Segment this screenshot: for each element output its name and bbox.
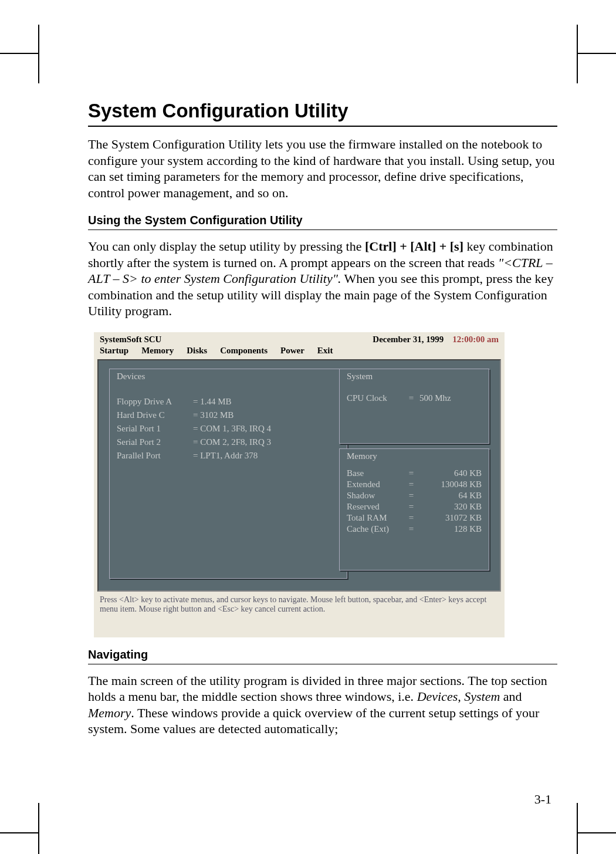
text-fragment: . These windows provide a quick overview… (88, 706, 539, 737)
row-eq: = (405, 513, 417, 523)
row-label: CPU Clock (347, 393, 405, 403)
device-value: = 1.44 MB (193, 397, 232, 407)
device-row: Hard Drive C= 3102 MB (117, 410, 340, 420)
row-label: Total RAM (347, 513, 405, 523)
row-label: Shadow (347, 491, 405, 501)
row-label: Cache (Ext) (347, 524, 405, 534)
section-navigating-title: Navigating (88, 648, 557, 661)
row-label: Extended (347, 480, 405, 490)
row-value: 320 KB (417, 502, 482, 512)
menu-startup[interactable]: Startup (100, 346, 128, 356)
scu-menubar: Startup Memory Disks Components Power Ex… (94, 345, 505, 359)
device-label: Parallel Port (117, 451, 193, 461)
row-eq: = (405, 502, 417, 512)
menu-memory[interactable]: Memory (141, 346, 174, 356)
row-eq: = (405, 393, 417, 403)
device-row: Serial Port 2= COM 2, 2F8, IRQ 3 (117, 437, 340, 447)
scu-date: December 31, 1999 (373, 335, 444, 344)
section-rule (88, 229, 557, 230)
intro-paragraph: The System Configuration Utility lets yo… (88, 136, 557, 201)
row-value: 130048 KB (417, 480, 482, 490)
scu-header: SystemSoft SCU December 31, 1999 12:00:0… (94, 332, 505, 345)
window-names: Devices, System (417, 689, 500, 704)
row-eq: = (405, 468, 417, 478)
memory-row: Reserved=320 KB (347, 502, 482, 512)
memory-row: Shadow=64 KB (347, 491, 482, 501)
device-label: Serial Port 2 (117, 437, 193, 447)
text-fragment: You can only display the setup utility b… (88, 239, 365, 254)
row-eq: = (405, 524, 417, 534)
row-label: Base (347, 468, 405, 478)
device-label: Floppy Drive A (117, 397, 193, 407)
system-row: CPU Clock=500 Mhz (347, 393, 482, 403)
device-label: Hard Drive C (117, 410, 193, 420)
key-combo: [Ctrl] + [Alt] + [s] (365, 239, 463, 254)
memory-row: Extended=130048 KB (347, 480, 482, 490)
title-rule (88, 126, 557, 127)
row-eq: = (405, 480, 417, 490)
panel-system: System CPU Clock=500 Mhz (339, 369, 489, 444)
scu-time: 12:00:00 am (452, 335, 499, 344)
memory-row: Base=640 KB (347, 468, 482, 478)
window-names: Memory (88, 706, 131, 720)
device-value: = LPT1, Addr 378 (193, 451, 258, 461)
row-value: 64 KB (417, 491, 482, 501)
menu-power[interactable]: Power (280, 346, 304, 356)
panel-devices-title: Devices (117, 372, 340, 382)
memory-row: Total RAM=31072 KB (347, 513, 482, 523)
device-label: Serial Port 1 (117, 424, 193, 434)
page-number: 3-1 (534, 792, 551, 807)
menu-exit[interactable]: Exit (317, 346, 333, 356)
row-value: 31072 KB (417, 513, 482, 523)
section-using-paragraph: You can only display the setup utility b… (88, 238, 557, 319)
panel-memory: Memory Base=640 KB Extended=130048 KB Sh… (339, 448, 489, 571)
section-navigating-paragraph: The main screen of the utility program i… (88, 673, 557, 737)
panel-system-title: System (347, 372, 482, 382)
memory-row: Cache (Ext)=128 KB (347, 524, 482, 534)
device-row: Parallel Port= LPT1, Addr 378 (117, 451, 340, 461)
section-rule (88, 664, 557, 664)
row-value: 640 KB (417, 468, 482, 478)
row-value: 500 Mhz (417, 393, 482, 403)
device-value: = COM 1, 3F8, IRQ 4 (193, 424, 271, 434)
scu-screenshot: SystemSoft SCU December 31, 1999 12:00:0… (94, 332, 505, 637)
document-page: System Configuration Utility The System … (0, 0, 616, 774)
page-title: System Configuration Utility (88, 100, 557, 122)
row-eq: = (405, 491, 417, 501)
scu-title: SystemSoft SCU (100, 335, 161, 345)
row-value: 128 KB (417, 524, 482, 534)
menu-components[interactable]: Components (220, 346, 268, 356)
text-fragment: and (500, 689, 522, 704)
section-using-title: Using the System Configuration Utility (88, 214, 557, 227)
scu-footer-help: Press <Alt> key to activate menus, and c… (94, 592, 505, 616)
panel-memory-title: Memory (347, 451, 482, 461)
device-row: Floppy Drive A= 1.44 MB (117, 397, 340, 407)
device-row: Serial Port 1= COM 1, 3F8, IRQ 4 (117, 424, 340, 434)
row-label: Reserved (347, 502, 405, 512)
device-value: = COM 2, 2F8, IRQ 3 (193, 437, 271, 447)
scu-workspace: Devices Floppy Drive A= 1.44 MB Hard Dri… (97, 359, 501, 592)
menu-disks[interactable]: Disks (187, 346, 207, 356)
panel-devices: Devices Floppy Drive A= 1.44 MB Hard Dri… (109, 369, 347, 579)
device-value: = 3102 MB (193, 410, 233, 420)
